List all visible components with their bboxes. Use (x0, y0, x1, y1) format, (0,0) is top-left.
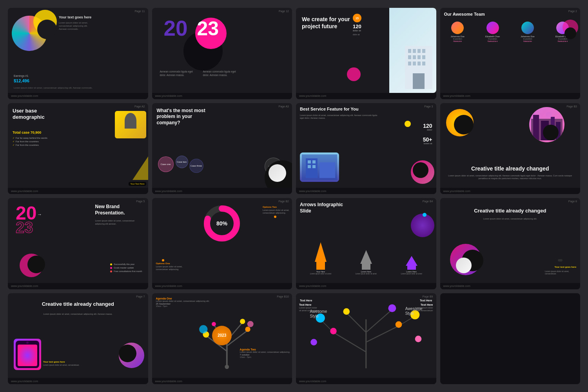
svg-point-61 (310, 339, 317, 345)
price-value: $12,496 (14, 78, 29, 83)
text-block: Your text goes here Lorem ipsum dolor si… (43, 361, 119, 367)
agenda-one-title: Agenda One (156, 297, 210, 300)
slide-title: Our Awesome Team (444, 12, 485, 16)
date-1-sub: 10am - 5pm (156, 305, 210, 307)
member-social-2: #awesome-e (488, 40, 498, 42)
slide-12[interactable]: Page 8 Creative title already changed Lo… (440, 198, 581, 289)
slide-15[interactable]: Page B9 Text Here Text Here (296, 293, 436, 385)
corner-text-right: Text Here Lorem ipsum dolor sit amet con… (412, 303, 433, 312)
svg-rect-4 (422, 49, 425, 53)
total-label: Total case 70,900 (13, 131, 41, 134)
member-social-4: #awesome-e (557, 40, 568, 42)
footer-url: www.yourslidable.com (11, 94, 38, 97)
slide-2[interactable]: Page 12 20 23 Aenean commodo ligula eget… (152, 8, 292, 99)
team-member-1: Johannes Doe In-position #awesome (450, 22, 465, 42)
page-num-1: Page 11 (134, 10, 145, 13)
member-avatar-2 (486, 22, 499, 34)
stat-label: dolor sit (353, 29, 361, 32)
slide-title: Best Service Feature for You (300, 106, 358, 112)
svg-rect-18 (312, 160, 316, 163)
stat-label: dolor (427, 129, 432, 131)
slide-3[interactable]: Page 1 We create for your project future (296, 8, 436, 99)
slide-5[interactable]: Page A2 User base demographic Total case… (8, 103, 148, 194)
slide-6[interactable]: Page A3 What's the most most problem in … (152, 103, 292, 194)
svg-point-42 (245, 327, 250, 332)
slide-8[interactable]: Page B3 Creative title already changed L… (440, 103, 581, 194)
footer-url: www.yourslidable.com (155, 285, 182, 287)
slide-14[interactable]: Page B10 Agenda One Lorem ipsum dolor si… (152, 293, 292, 385)
svg-point-56 (343, 308, 350, 315)
arrow-sublabel-1: Lorem ipsum dolor sit amet (310, 273, 331, 275)
page-num-13: Page 7 (136, 295, 145, 298)
photo-inner (115, 111, 146, 138)
footer-url: www.yourslidable.com (299, 380, 326, 383)
phone-svg (14, 339, 41, 370)
bullet-2: Goals master update (110, 266, 142, 270)
svg-rect-33 (18, 345, 37, 366)
stat-label2: lorem et (424, 142, 432, 145)
corner-text-left: Text Here Lorem ipsum dolor sit amet con… (299, 303, 319, 312)
dark-over-circle (564, 27, 576, 39)
pink-small-circle (347, 67, 361, 81)
slide-4[interactable]: Page 2 Our Awesome Team Johannes Doe In-… (440, 8, 581, 99)
slide-desc: Lorem ipsum dolor sit amet, consectetuer… (95, 220, 142, 225)
stat-120: 120 (423, 123, 432, 129)
slide-10[interactable]: Page B2 80% Options One Lorem ipsum dolo… (152, 198, 292, 289)
svg-point-57 (388, 304, 396, 312)
svg-rect-2 (413, 49, 416, 53)
svg-rect-20 (312, 165, 316, 168)
text-23: Aenean commodo ligula eget dolor. Aenean… (203, 70, 242, 77)
team-area: Johannes Doe In-position #awesome Elizab… (440, 22, 581, 42)
arrow-sublabel-2: Lorem ipsum dolor sit amet (356, 273, 377, 275)
footer-url: www.yourslidable.com (155, 190, 182, 192)
arrow-sublabel-3: Lorem ipsum dolor sit amet (401, 273, 422, 275)
team-member-3: Johannes Doe In-position #awesome (520, 22, 535, 42)
svg-point-40 (225, 365, 229, 369)
slide-11[interactable]: Page B4 Arrows Infographic Slide Your He… (296, 198, 436, 289)
slide-desc: Lorem ipsum dolor sit amet, consectetuer… (444, 218, 577, 220)
option-two-label: Options Two Lorem ipsum dolor sit amet, … (263, 206, 290, 214)
slide-1[interactable]: Page 11 Your text goes here Lorem ipsum … (8, 8, 148, 99)
slide-title: We create for your project future (302, 16, 357, 30)
member-role-4: In-position (558, 38, 567, 40)
svg-rect-6 (413, 55, 416, 59)
arrow-stem-1 (316, 262, 325, 270)
yellow-triangle (132, 156, 148, 180)
footer-url: www.yourslidable.com (443, 94, 470, 97)
phone-card (300, 152, 339, 182)
arrow-stem-3 (407, 266, 416, 270)
slide-7[interactable]: Page 3 Best Service Feature for You Lore… (296, 103, 436, 194)
svg-line-48 (333, 332, 366, 352)
svg-point-43 (212, 322, 216, 326)
page-num-2: Page 12 (279, 10, 289, 13)
slide-9[interactable]: Page 5 20 → 23 New Brand Presentation. L… (8, 198, 148, 289)
agenda-one-desc: Lorem ipsum dolor sit amet, consectetuer… (156, 300, 210, 303)
year-circle: 2023 (212, 326, 232, 345)
arrow-item-1: Your Here Lorem ipsum dolor sit amet (310, 242, 331, 275)
white-small-circle (456, 258, 472, 273)
svg-line-50 (347, 312, 366, 332)
dark-overlap-circle-2 (543, 125, 559, 140)
footer-url: www.yourslidable.com (299, 285, 326, 287)
photo-card (115, 111, 146, 138)
footer-url: www.yourslidable.com (11, 190, 38, 192)
arrow-up-2 (360, 250, 372, 264)
slide-subtitle: Lorem ipsum dolor sit amet, consectetuer… (300, 114, 378, 120)
num-badge: 15 (353, 14, 361, 22)
building-svg (300, 152, 339, 182)
arrow-stem-2 (362, 264, 370, 270)
team-member-2: Elizabeth Chan In-position #awesome-e (485, 22, 501, 42)
svg-rect-15 (306, 158, 318, 178)
dot-yellow-icon (110, 263, 112, 265)
yellow-badge (405, 121, 411, 127)
arrow-item-2: Lorem Here Lorem ipsum dolor sit amet (356, 250, 377, 275)
agenda-two: Agenda Two Lorem ipsum dolor sit amet, c… (240, 348, 290, 358)
arrow-up-1 (315, 242, 327, 262)
check-item-1: Far far away behind the words (13, 136, 47, 140)
slide-13[interactable]: Page 7 Creative title already changed Lo… (8, 293, 148, 385)
phone-card (14, 339, 41, 370)
bullet-3: Free consultations first month (110, 270, 142, 273)
slide-grid: Page 11 Your text goes here Lorem ipsum … (0, 0, 588, 392)
slide-desc: Lorem ipsum dolor sit amet, consectetuer… (12, 313, 144, 316)
svg-point-45 (199, 325, 207, 333)
